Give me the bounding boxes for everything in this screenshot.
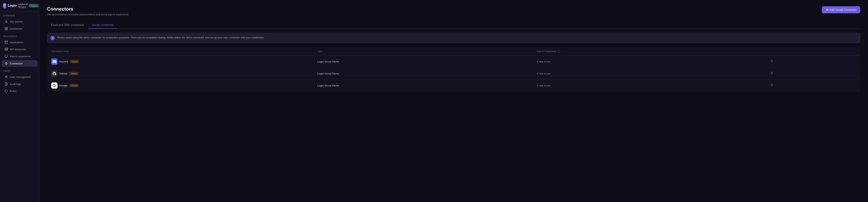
add-button-label: Add Social Connector [830,8,856,11]
svg-point-20 [7,76,7,77]
sidebar-item-sign-in-experience-label: Sign-in experience [10,55,31,58]
google-delete-button[interactable] [770,83,774,88]
page-subtitle: Set up connectors to enable passwordless… [47,13,128,16]
svg-rect-8 [5,41,8,43]
svg-point-19 [5,76,6,77]
info-icon: i [51,36,55,40]
warning-text: Please avoid using the demo connector fo… [57,36,265,40]
tenant-selector[interactable]: m64wu4 Tenant Staging ▾ [18,3,39,9]
sidebar-item-api-resources-label: API resources [10,48,26,51]
connector-discord-type: Logto Social Demo [313,56,533,68]
sidebar-item-api-resources[interactable]: API resources [2,46,37,53]
github-logo [51,70,58,77]
sidebar-item-audit-logs-label: Audit logs [10,82,21,86]
github-delete-button[interactable] [770,71,774,76]
discord-demo-badge: Demo [70,60,79,63]
plug-icon [5,62,8,65]
github-demo-badge: Demo [69,72,78,75]
google-icon [52,83,56,88]
logo-text: Logto [8,4,17,7]
trash-icon [770,83,773,87]
connector-google-name: Google [59,84,68,87]
sidebar-item-connectors[interactable]: Connectors [2,60,37,67]
google-logo [51,82,58,89]
sidebar-item-applications[interactable]: Applications [2,39,37,45]
sidebar-item-dashboard[interactable]: Dashboard [2,25,37,32]
trash-icon [770,72,773,75]
tab-social-connectors[interactable]: Social connectors [88,21,118,29]
sidebar-item-user-management-label: User management [10,75,31,78]
sidebar-item-sign-in-experience[interactable]: Sign-in experience [2,53,37,60]
connector-discord-status: Not in use [533,56,766,68]
connector-discord-actions [766,56,860,68]
sidebar-item-roles-label: Roles [10,90,16,93]
google-status-dot [537,85,538,86]
sidebar-item-get-started-label: Get started [10,20,22,23]
plus-icon [826,8,829,11]
svg-point-13 [7,48,7,48]
sidebar-logo: Logto m64wu4 Tenant Staging ▾ [0,0,39,11]
connectors-table: Connector name Type Sign in Experience i [47,47,860,92]
tabs: Email and SMS connectors Social connecto… [47,21,860,29]
sidebar-item-get-started[interactable]: Get started [2,18,37,25]
connector-discord-name: Discord [59,60,68,63]
connector-name-cell: GitHub Demo [47,68,313,80]
col-header-actions [766,47,860,56]
discord-delete-button[interactable] [770,59,774,64]
col-header-connector-name: Connector name [47,47,313,56]
col-header-type: Type [313,47,533,56]
svg-rect-6 [5,29,6,30]
connector-github-actions [766,68,860,80]
svg-rect-7 [6,29,8,30]
discord-logo [51,59,58,65]
grid-icon [5,27,8,30]
svg-rect-15 [5,55,8,57]
github-status-dot [537,73,538,74]
layout-icon [5,41,8,44]
col-header-sign-in-experience: Sign in Experience i [533,47,766,56]
sidebar-item-roles[interactable]: Roles [2,88,37,94]
svg-rect-2 [3,6,4,7]
sidebar-item-user-management[interactable]: User management [2,73,37,80]
sidebar-item-dashboard-label: Dashboard [10,27,22,30]
connector-github-type: Logto Social Demo [313,68,533,80]
google-demo-badge: Demo [70,84,79,87]
section-overview-label: OVERVIEW [0,11,39,18]
sidebar-item-connectors-label: Connectors [10,62,23,65]
github-icon [52,72,56,75]
table-row: Discord Demo Logto Social Demo Not in us… [47,56,860,68]
tab-email-sms[interactable]: Email and SMS connectors [47,21,88,29]
table-row: Google Demo Logto Social Demo Not in use [47,80,860,92]
shield-icon [5,90,8,93]
connector-name-cell: Discord Demo [47,56,313,68]
monitor-icon [5,55,8,58]
discord-status-dot [537,61,538,62]
svg-rect-4 [5,27,6,28]
sidebar-item-audit-logs[interactable]: Audit logs [2,80,37,87]
svg-point-14 [7,49,7,50]
rocket-icon [5,20,8,23]
file-text-icon [5,82,8,86]
connector-name-cell: Google Demo [47,80,313,92]
users-icon [5,75,8,78]
trash-icon [770,60,773,63]
sidebar-item-applications-label: Applications [10,41,24,44]
svg-rect-0 [3,4,4,5]
section-users-label: USERS [0,67,39,73]
sign-in-experience-info-icon: i [557,50,560,53]
section-resources-label: RESOURCES [0,32,39,39]
table-row: GitHub Demo Logto Social Demo Not in use [47,68,860,80]
tenant-name: m64wu4 Tenant [18,3,28,9]
svg-point-3 [6,21,7,22]
add-social-connector-button[interactable]: Add Social Connector [822,6,860,13]
server-icon [5,48,8,51]
page-header: Connectors Set up connectors to enable p… [47,6,860,16]
warning-banner: i Please avoid using the demo connector … [47,33,860,43]
logo-icon [3,3,6,8]
staging-badge: Staging [29,4,38,7]
discord-icon [52,60,56,64]
page-header-text: Connectors Set up connectors to enable p… [47,6,128,16]
connector-github-status: Not in use [533,68,766,80]
main-content: Connectors Set up connectors to enable p… [39,0,868,202]
svg-rect-5 [6,27,8,28]
